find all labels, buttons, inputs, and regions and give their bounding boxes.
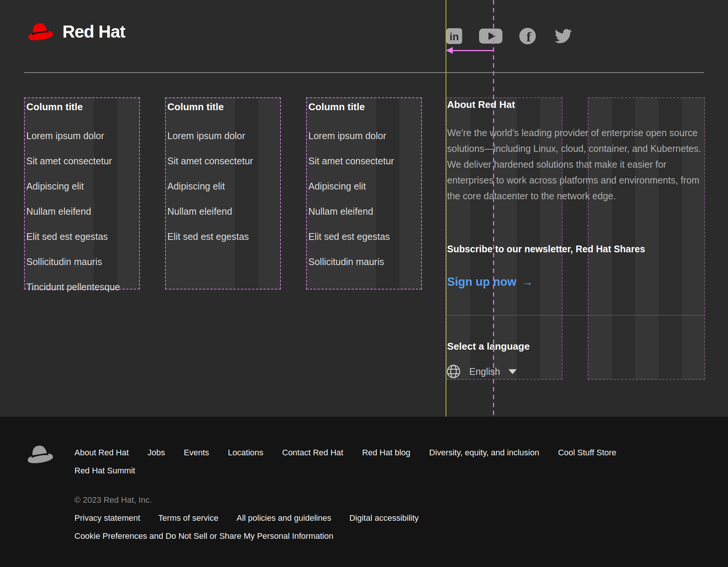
social-links: in f <box>446 27 574 45</box>
column-title: Column title <box>26 101 139 112</box>
redhat-footer-design-spec: Red Hat in f Column title Lorem ipsum do… <box>0 0 728 567</box>
arrow-right-icon: → <box>522 275 533 289</box>
footer-link[interactable]: Elit sed est egestas <box>308 232 421 241</box>
selected-language: English <box>469 366 500 377</box>
copyright-text: © 2023 Red Hat, Inc. <box>74 495 152 505</box>
footer-link[interactable]: Sit amet consectetur <box>167 156 280 166</box>
linkedin-icon[interactable]: in <box>446 28 463 44</box>
signup-label: Sign up now <box>447 275 516 289</box>
bottom-nav-row-2: Red Hat Summit <box>74 466 135 476</box>
header-divider <box>24 72 704 73</box>
column-title: Column title <box>308 101 421 112</box>
column-links: Lorem ipsum dolor Sit amet consectetur A… <box>166 131 280 241</box>
footer-link[interactable]: Elit sed est egestas <box>26 232 139 241</box>
footer-link[interactable]: Adipiscing elit <box>26 182 139 191</box>
logo-wordmark: Red Hat <box>62 21 125 42</box>
bottom-nav-link[interactable]: Cool Stuff Store <box>558 448 616 458</box>
youtube-icon[interactable] <box>479 28 502 44</box>
measurement-arrow <box>452 50 493 51</box>
legal-link[interactable]: Privacy statement <box>74 513 140 523</box>
redhat-logo[interactable]: Red Hat <box>24 20 125 44</box>
footer-link[interactable]: Sit amet consectetur <box>26 156 139 166</box>
bottom-nav-link[interactable]: Events <box>184 448 209 458</box>
newsletter-divider <box>446 315 704 315</box>
footer-column-3: Column title Lorem ipsum dolor Sit amet … <box>306 97 422 290</box>
footer-link[interactable]: Nullam eleifend <box>167 207 280 216</box>
language-selector[interactable]: English <box>446 364 517 379</box>
legal-links-row: Privacy statement Terms of service All p… <box>74 513 419 523</box>
twitter-icon[interactable] <box>553 27 574 45</box>
redhat-fedora-icon <box>24 20 56 44</box>
signup-link[interactable]: Sign up now → <box>447 275 533 289</box>
footer-link[interactable]: Lorem ipsum dolor <box>308 131 421 141</box>
newsletter-heading: Subscribe to our newsletter, Red Hat Sha… <box>447 244 645 255</box>
facebook-icon[interactable]: f <box>519 27 536 45</box>
footer-link[interactable]: Sit amet consectetur <box>308 156 421 166</box>
fedora-gray-icon <box>23 440 56 468</box>
about-heading: About Red Hat <box>447 99 515 111</box>
footer-column-1: Column title Lorem ipsum dolor Sit amet … <box>24 97 140 290</box>
bottom-nav-row-1: About Red Hat Jobs Events Locations Cont… <box>74 448 616 458</box>
footer-link[interactable]: Tincidunt pellentesque <box>26 282 139 292</box>
bottom-nav-link[interactable]: Red Hat blog <box>362 448 410 458</box>
svg-text:f: f <box>526 29 531 44</box>
bottom-nav-link[interactable]: About Red Hat <box>74 448 129 458</box>
footer-column-2: Column title Lorem ipsum dolor Sit amet … <box>165 97 281 290</box>
bottom-nav-link[interactable]: Jobs <box>147 448 165 458</box>
globe-icon <box>446 364 461 379</box>
cookie-preferences-link[interactable]: Cookie Preferences and Do Not Sell or Sh… <box>74 531 333 541</box>
footer-link[interactable]: Lorem ipsum dolor <box>167 131 280 141</box>
footer-link[interactable]: Nullam eleifend <box>308 207 421 216</box>
bottom-nav-link[interactable]: Diversity, equity, and inclusion <box>429 448 539 458</box>
footer-link[interactable]: Nullam eleifend <box>26 207 139 216</box>
footer-link[interactable]: Sollicitudin mauris <box>26 257 139 267</box>
legal-link[interactable]: All policies and guidelines <box>237 513 331 523</box>
chevron-down-icon <box>508 369 517 374</box>
footer-link[interactable]: Sollicitudin mauris <box>308 257 421 267</box>
column-links: Lorem ipsum dolor Sit amet consectetur A… <box>307 131 421 267</box>
footer-link[interactable]: Elit sed est egestas <box>167 232 280 241</box>
footer-link[interactable]: Adipiscing elit <box>308 182 421 191</box>
legal-footer-bar: About Red Hat Jobs Events Locations Cont… <box>0 417 728 567</box>
footer-link[interactable]: Adipiscing elit <box>167 182 280 191</box>
svg-text:in: in <box>450 31 459 42</box>
measurement-arrow-head <box>446 47 453 54</box>
column-title: Column title <box>167 101 280 112</box>
legal-link[interactable]: Digital accessibility <box>349 513 419 523</box>
bottom-nav-link[interactable]: Locations <box>228 448 263 458</box>
about-paragraph: We’re the world’s leading provider of en… <box>447 125 710 204</box>
bottom-nav-link[interactable]: Red Hat Summit <box>74 466 135 476</box>
bottom-nav-link[interactable]: Contact Red Hat <box>282 448 343 458</box>
language-heading: Select a language <box>447 341 530 352</box>
footer-link[interactable]: Lorem ipsum dolor <box>26 131 139 141</box>
legal-link[interactable]: Terms of service <box>158 513 218 523</box>
column-links: Lorem ipsum dolor Sit amet consectetur A… <box>25 131 139 292</box>
